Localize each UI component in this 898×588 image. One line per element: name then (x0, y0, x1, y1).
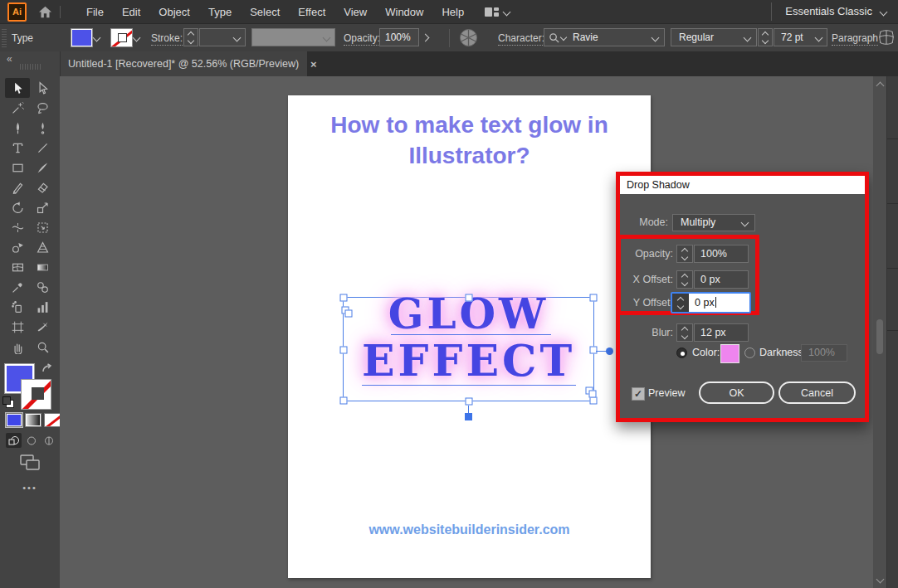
swap-fill-stroke-icon[interactable] (41, 362, 52, 377)
draw-behind-mode[interactable] (23, 433, 39, 448)
tool-line-segment[interactable] (30, 138, 55, 158)
menu-help[interactable]: Help (432, 2, 473, 22)
tool-eyedropper[interactable] (5, 277, 30, 297)
tool-curvature[interactable] (30, 118, 55, 138)
tool-shape-builder[interactable] (5, 237, 30, 257)
mode-dropdown[interactable]: Multiply (672, 214, 755, 231)
color-radio[interactable] (676, 347, 687, 358)
tool-magic-wand[interactable] (5, 98, 30, 118)
menu-edit[interactable]: Edit (113, 2, 149, 22)
selection-handle-sw[interactable] (340, 397, 348, 405)
menu-type[interactable]: Type (199, 2, 241, 22)
color-wheel-icon[interactable] (459, 28, 478, 50)
menu-effect[interactable]: Effect (289, 2, 334, 22)
tool-type[interactable] (5, 138, 30, 158)
darkness-radio[interactable] (744, 347, 755, 358)
x-offset-stepper[interactable] (676, 270, 693, 289)
tools-panel-grip[interactable] (20, 64, 41, 70)
gradient-button[interactable] (25, 413, 41, 427)
selection-handle-se[interactable] (590, 397, 598, 405)
shadow-color-swatch[interactable] (720, 344, 739, 363)
blur-stepper[interactable] (676, 323, 693, 342)
workspace-selector[interactable]: Essentials Classic (771, 2, 898, 21)
selection-handle-w[interactable] (340, 347, 348, 354)
opacity-field[interactable]: 100% (379, 28, 419, 46)
tool-hand[interactable] (5, 337, 30, 357)
glow-text-line2[interactable]: EFFECT (344, 336, 593, 386)
selection-handle-e[interactable] (590, 347, 598, 354)
tool-perspective-grid[interactable] (30, 237, 55, 257)
font-size-stepper[interactable] (758, 28, 773, 46)
menu-select[interactable]: Select (241, 2, 289, 22)
tool-pen[interactable] (5, 118, 30, 138)
ok-button[interactable]: OK (699, 381, 774, 404)
font-style-select[interactable]: Regular (671, 28, 757, 46)
opacity-stepper[interactable] (676, 245, 693, 263)
character-label[interactable]: Character: (498, 32, 544, 46)
tool-shaper[interactable] (5, 177, 30, 197)
stroke-weight-stepper[interactable] (183, 28, 198, 46)
center-point-handle[interactable] (465, 413, 472, 420)
tool-symbol-sprayer[interactable] (5, 297, 30, 317)
cancel-button[interactable]: Cancel (778, 381, 856, 404)
selection-handle-n[interactable] (466, 294, 473, 302)
tool-width[interactable] (5, 217, 30, 237)
tool-selection[interactable] (5, 78, 30, 98)
selection-handle-nw[interactable] (340, 294, 348, 302)
none-button[interactable] (44, 413, 61, 427)
tool-gradient[interactable] (30, 257, 55, 277)
opacity-popup-chevron-icon[interactable] (422, 34, 430, 42)
collapse-panel-icon[interactable]: « (7, 53, 11, 65)
vertical-scrollbar[interactable] (873, 76, 886, 588)
font-family-select[interactable]: Ravie (544, 28, 665, 46)
close-icon[interactable]: × (310, 58, 317, 70)
rotation-handle-dot[interactable] (606, 347, 613, 355)
workspace-switcher-icon[interactable] (485, 7, 510, 17)
selection-handle-s[interactable] (466, 398, 473, 406)
draw-normal-mode[interactable] (6, 433, 22, 448)
y-offset-stepper[interactable] (672, 294, 689, 312)
fill-color-swatch[interactable] (71, 28, 93, 47)
stroke-color-swatch[interactable] (110, 28, 133, 47)
draw-inside-mode[interactable] (41, 433, 56, 448)
scroll-up-icon[interactable] (876, 82, 885, 90)
panel-grip[interactable] (2, 29, 7, 47)
tool-artboard[interactable] (5, 317, 30, 337)
scrollbar-thumb[interactable] (876, 319, 883, 354)
menu-window[interactable]: Window (376, 2, 432, 22)
menu-view[interactable]: View (334, 2, 376, 22)
fill-chevron-icon[interactable] (93, 34, 101, 42)
tool-scale[interactable] (30, 197, 55, 217)
warp-grid-icon[interactable] (877, 29, 896, 48)
menu-object[interactable]: Object (149, 2, 199, 22)
tool-rectangle[interactable] (5, 158, 30, 177)
tool-paintbrush[interactable] (30, 158, 55, 177)
x-offset-field[interactable]: 0 px (694, 270, 749, 289)
tool-blend[interactable] (30, 277, 55, 297)
paragraph-label[interactable]: Paragraph (832, 32, 878, 46)
menu-file[interactable]: File (77, 2, 113, 22)
y-offset-field-focused[interactable]: 0 px (671, 292, 751, 313)
tool-rotate[interactable] (5, 197, 30, 217)
tool-mesh[interactable] (5, 257, 30, 277)
default-fill-stroke-icon[interactable] (2, 396, 13, 407)
preview-checkbox[interactable]: ✓ (632, 387, 645, 401)
collapsed-panel-dock[interactable] (886, 76, 898, 588)
tool-column-graph[interactable] (30, 297, 55, 317)
scroll-down-icon[interactable] (876, 576, 885, 584)
screen-mode-icon[interactable] (20, 454, 40, 474)
font-size-select[interactable]: 72 pt (774, 28, 827, 46)
document-tab[interactable]: Untitled-1 [Recovered]* @ 52.56% (RGB/Pr… (60, 51, 307, 76)
color-button[interactable] (6, 413, 22, 427)
tool-eraser[interactable] (30, 177, 55, 197)
tool-zoom[interactable] (30, 337, 55, 357)
selection-handle-ne[interactable] (590, 294, 598, 302)
tool-direct-selection[interactable] (30, 78, 55, 98)
stroke-chevron-icon[interactable] (133, 34, 141, 42)
tool-lasso[interactable] (30, 98, 55, 118)
tool-free-transform[interactable] (30, 217, 55, 237)
stroke-weight-label[interactable]: Stroke: (151, 32, 183, 46)
text-selection-box[interactable]: GLOW EFFECT (343, 297, 594, 401)
opacity-label[interactable]: Opacity: (344, 32, 380, 46)
more-tools-icon[interactable]: ••• (0, 483, 60, 493)
